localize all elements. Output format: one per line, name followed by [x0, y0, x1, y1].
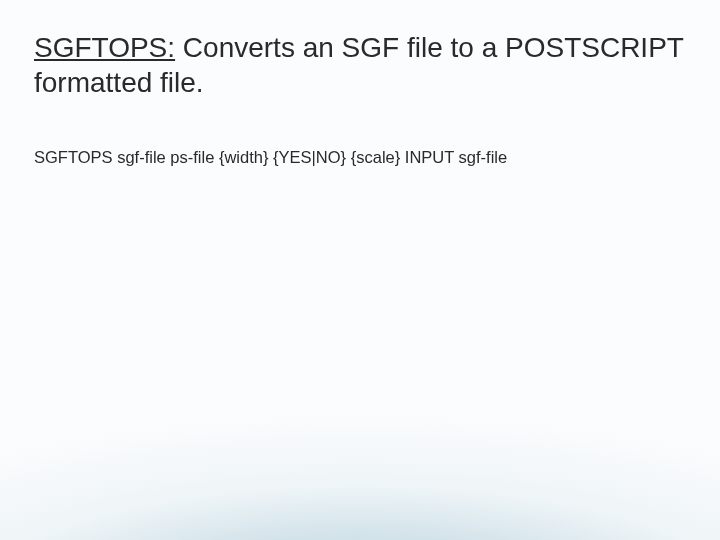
slide: SGFTOPS: Converts an SGF file to a POSTS… — [0, 0, 720, 540]
title-command: SGFTOPS: — [34, 32, 175, 63]
slide-title: SGFTOPS: Converts an SGF file to a POSTS… — [34, 30, 686, 100]
usage-line: SGFTOPS sgf-file ps-file {width} {YES|NO… — [34, 148, 686, 167]
